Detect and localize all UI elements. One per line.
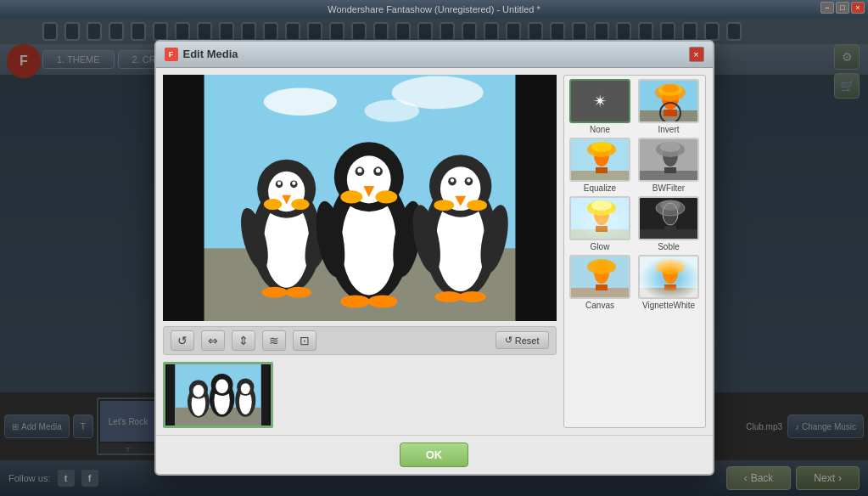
svg-point-63 — [216, 379, 228, 393]
svg-point-45 — [434, 200, 454, 211]
svg-rect-85 — [664, 167, 676, 173]
dialog-titlebar: F Edit Media × — [156, 42, 713, 68]
dialog-title: F Edit Media — [165, 48, 238, 61]
filter-soble-item[interactable]: Soble — [636, 196, 702, 251]
edit-media-dialog: F Edit Media × — [154, 40, 714, 476]
filter-none-item[interactable]: ✴ None — [568, 79, 633, 134]
main-image — [163, 75, 557, 321]
filter-equalize-item[interactable]: Equalize — [568, 138, 633, 193]
svg-point-43 — [467, 178, 470, 182]
filter-glow-thumb — [569, 196, 630, 240]
svg-point-13 — [292, 181, 295, 184]
svg-rect-114 — [640, 256, 699, 299]
svg-point-42 — [450, 178, 453, 182]
image-toolbar: ↺ ⇔ ⇕ ≋ ⊡ ↺ Reset — [163, 326, 557, 355]
thumb-penguins-1 — [165, 364, 271, 426]
svg-point-34 — [340, 295, 370, 307]
svg-point-3 — [263, 87, 336, 115]
svg-rect-94 — [571, 198, 630, 240]
reset-button[interactable]: ↺ Reset — [496, 331, 549, 349]
svg-point-16 — [291, 199, 310, 210]
window-title: Wondershare Fantashow (Unregistered) - U… — [328, 4, 540, 14]
flip-vertical-button[interactable]: ⇕ — [232, 330, 255, 351]
filter-bw-item[interactable]: BWFilter — [636, 138, 702, 193]
filter-vignette-svg — [640, 256, 699, 299]
filter-equalize-thumb — [569, 138, 630, 182]
svg-point-30 — [340, 190, 362, 203]
svg-point-49 — [434, 291, 462, 302]
svg-point-107 — [587, 259, 616, 274]
svg-point-28 — [375, 167, 379, 172]
rotate-left-button[interactable]: ↺ — [171, 330, 194, 351]
close-window-button[interactable]: × — [851, 2, 865, 14]
svg-point-59 — [193, 385, 204, 397]
dialog-title-text: Edit Media — [183, 48, 238, 60]
filter-equalize-svg — [571, 139, 630, 182]
window-controls: − □ × — [820, 2, 865, 14]
flip-horizontal-button[interactable]: ⇔ — [201, 330, 225, 351]
svg-point-27 — [357, 167, 361, 172]
svg-rect-51 — [163, 75, 204, 321]
filter-equalize-label: Equalize — [584, 183, 616, 193]
svg-rect-98 — [664, 226, 676, 232]
svg-rect-52 — [515, 75, 557, 321]
filter-vignette-thumb — [638, 255, 699, 299]
filter-vignette-item[interactable]: VignetteWhite — [636, 255, 702, 310]
filter-none-bg: ✴ — [571, 81, 629, 121]
crop-button[interactable]: ⊡ — [293, 330, 316, 351]
filter-glow-item[interactable]: Glow — [568, 196, 633, 251]
filter-none-label: None — [590, 125, 610, 134]
filter-canvas-item[interactable]: Canvas — [568, 255, 633, 310]
filter-bw-svg — [640, 139, 699, 182]
svg-rect-71 — [664, 110, 677, 116]
svg-point-31 — [375, 190, 397, 203]
dialog-thumb-1[interactable] — [163, 362, 273, 428]
svg-point-75 — [662, 84, 679, 93]
maximize-button[interactable]: □ — [836, 2, 849, 14]
filter-invert-item[interactable]: Invert — [636, 79, 702, 134]
filter-soble-thumb — [638, 196, 699, 240]
filter-soble-label: Soble — [658, 242, 680, 251]
svg-point-19 — [261, 286, 287, 297]
reset-icon: ↺ — [505, 335, 512, 346]
filter-canvas-svg — [571, 256, 630, 299]
filter-scroll-area[interactable]: ✴ None — [563, 75, 706, 428]
minimize-button[interactable]: − — [820, 2, 834, 14]
ok-button[interactable]: OK — [400, 442, 469, 467]
filter-none-thumb: ✴ — [569, 79, 630, 123]
filter-invert-thumb — [638, 79, 699, 123]
adjust-button[interactable]: ≋ — [262, 330, 286, 351]
filter-soble-svg — [640, 198, 699, 240]
filter-canvas-label: Canvas — [585, 301, 614, 310]
filter-bw-label: BWFilter — [652, 183, 685, 193]
dialog-body: ↺ ⇔ ⇕ ≋ ⊡ ↺ Reset — [156, 68, 713, 435]
svg-rect-79 — [596, 167, 608, 173]
filter-none-star: ✴ — [593, 91, 608, 111]
svg-point-5 — [364, 99, 419, 121]
svg-point-46 — [467, 200, 487, 211]
filter-vignette-label: VignetteWhite — [642, 301, 695, 310]
svg-point-35 — [367, 295, 397, 307]
svg-point-87 — [660, 142, 680, 152]
filter-bw-thumb — [638, 138, 699, 182]
filter-glow-svg — [571, 198, 630, 240]
filter-panel: ✴ None — [563, 75, 706, 428]
reset-label: Reset — [515, 335, 540, 346]
svg-point-81 — [591, 142, 612, 152]
app-background: F 1. THEME 2. C — [0, 19, 868, 496]
filter-glow-label: Glow — [591, 242, 610, 251]
filter-invert-svg — [640, 81, 699, 123]
dialog-close-button[interactable]: × — [689, 47, 704, 62]
filter-grid: ✴ None — [568, 79, 702, 310]
penguin-image — [163, 75, 557, 321]
svg-point-20 — [285, 286, 311, 297]
dialog-title-icon: F — [165, 48, 178, 61]
dialog-footer: OK — [156, 435, 713, 474]
filter-canvas-thumb — [569, 255, 630, 299]
title-bar: Wondershare Fantashow (Unregistered) - U… — [0, 0, 868, 19]
modal-overlay: F Edit Media × — [0, 19, 868, 496]
svg-point-15 — [263, 199, 282, 210]
svg-point-12 — [277, 181, 280, 184]
dialog-thumbnail-strip — [163, 362, 557, 428]
svg-rect-106 — [596, 285, 608, 290]
